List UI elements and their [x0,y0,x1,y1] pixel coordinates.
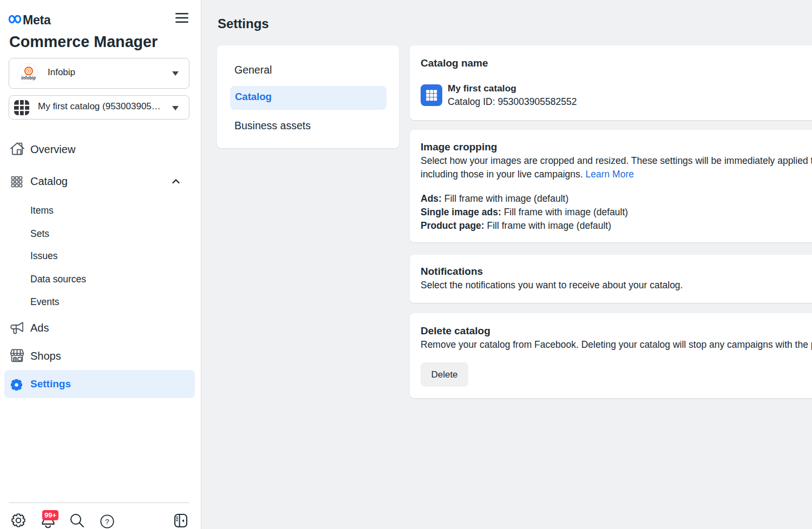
svg-text:infobip: infobip [21,76,36,81]
svg-text:?: ? [105,518,109,526]
